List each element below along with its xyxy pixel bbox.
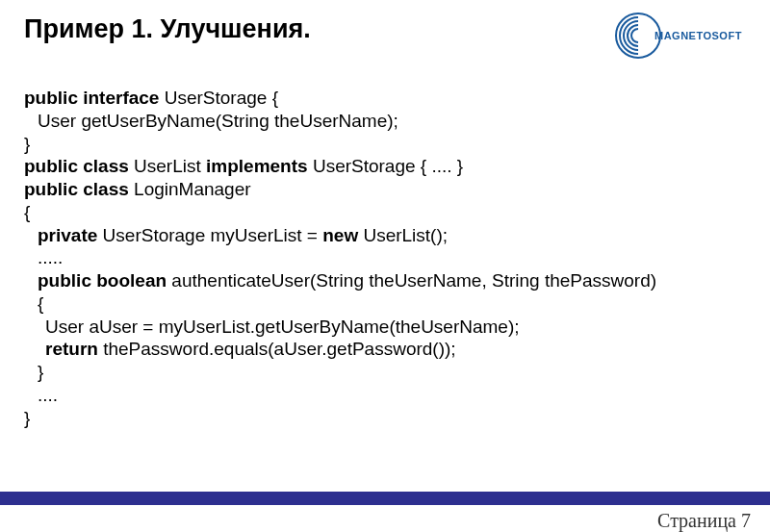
code-line: { bbox=[24, 292, 746, 316]
code-line: public boolean authenticateUser(String t… bbox=[24, 269, 746, 292]
code-line: private UserStorage myUserList = new Use… bbox=[24, 224, 746, 247]
slide-title: Пример 1. Улучшения. bbox=[24, 14, 311, 44]
code-line: } bbox=[24, 361, 746, 384]
code-line: User aUser = myUserList.getUserByName(th… bbox=[24, 316, 746, 339]
code-line: User getUserByName(String theUserName); bbox=[24, 110, 746, 133]
code-line: { bbox=[24, 201, 746, 224]
magnetosoft-logo-icon: MAGNETOSOFT bbox=[611, 10, 746, 63]
code-line: public interface UserStorage { bbox=[24, 87, 746, 110]
svg-text:MAGNETOSOFT: MAGNETOSOFT bbox=[654, 30, 742, 41]
code-block: public interface UserStorage { User getU… bbox=[0, 87, 770, 429]
code-line: } bbox=[24, 407, 746, 430]
slide-header: Пример 1. Улучшения. MAGNETOSOFT bbox=[0, 0, 770, 87]
footer-bar bbox=[0, 492, 770, 505]
code-line: .... bbox=[24, 384, 746, 407]
code-line: } bbox=[24, 133, 746, 156]
logo: MAGNETOSOFT bbox=[611, 10, 746, 63]
code-line: ..... bbox=[24, 246, 746, 269]
code-line: public class LoginManager bbox=[24, 178, 746, 201]
code-line: public class UserList implements UserSto… bbox=[24, 155, 746, 178]
page-number: Страница 7 bbox=[657, 510, 751, 532]
code-line: return thePassword.equals(aUser.getPassw… bbox=[24, 338, 746, 361]
